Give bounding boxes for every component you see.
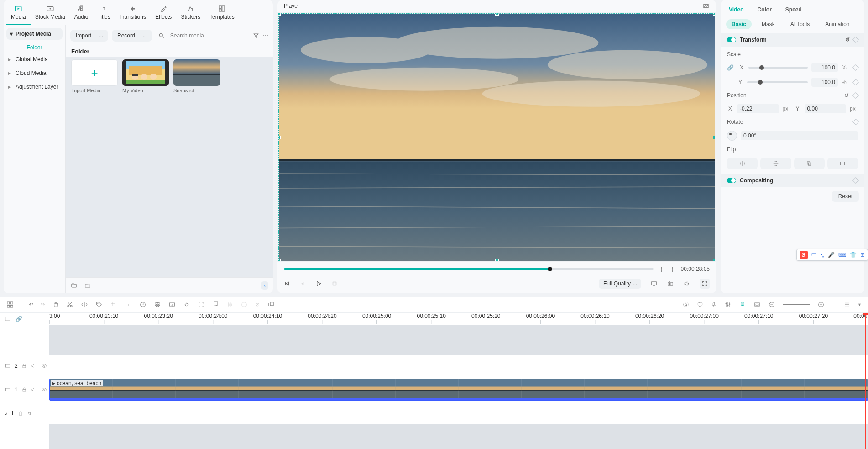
mic-icon[interactable] <box>711 301 717 308</box>
track-a1[interactable] <box>49 402 868 424</box>
selection-handle[interactable] <box>278 259 281 261</box>
subtab-basic[interactable]: Basic <box>726 19 752 29</box>
ime-keyboard-icon[interactable]: ⌨ <box>838 252 846 258</box>
tab-stickers[interactable]: Stickers <box>176 3 205 25</box>
zoom-slider[interactable] <box>783 304 810 305</box>
timeline-view-icon[interactable] <box>5 316 11 322</box>
track-v2[interactable] <box>49 355 868 377</box>
tab-transitions[interactable]: Transitions <box>115 3 151 25</box>
record-dropdown[interactable]: Record⌵ <box>112 30 152 42</box>
media-tile-snapshot[interactable]: Snapshot <box>173 59 220 93</box>
keyframe-transform-icon[interactable] <box>852 37 859 43</box>
reset-button[interactable]: Reset <box>832 191 859 202</box>
prev-frame-button[interactable] <box>284 280 290 287</box>
overlap-icon[interactable] <box>267 301 275 308</box>
lock-icon[interactable] <box>21 386 27 393</box>
import-dropdown[interactable]: Import⌵ <box>70 30 108 42</box>
ime-mic-icon[interactable]: 🎤 <box>828 252 835 258</box>
selection-handle[interactable] <box>278 136 281 139</box>
scale-y-value[interactable]: 100.0 <box>811 78 838 87</box>
import-media-tile[interactable]: + Import Media <box>71 59 118 93</box>
inspector-tab-speed[interactable]: Speed <box>784 4 803 16</box>
visibility-icon[interactable] <box>41 387 48 392</box>
keyframe-scale-y-icon[interactable] <box>852 79 859 85</box>
selection-handle[interactable] <box>713 136 715 139</box>
flip-fit-button[interactable] <box>827 158 858 169</box>
group-icon[interactable] <box>241 301 248 308</box>
subtab-mask[interactable]: Mask <box>756 19 780 29</box>
new-folder-icon[interactable] <box>84 282 91 289</box>
track-header-a1[interactable]: ♪ 1 <box>0 402 49 424</box>
ime-tool-icon[interactable]: ⊞ <box>860 252 865 258</box>
subtab-animation[interactable]: Animation <box>820 19 855 29</box>
undo-icon[interactable]: ↶ <box>29 301 33 308</box>
grid-icon[interactable] <box>6 301 14 308</box>
position-y-value[interactable]: 0.00 <box>805 104 847 113</box>
snapshot-icon[interactable] <box>667 280 674 287</box>
playhead[interactable] <box>865 313 866 449</box>
stop-button[interactable] <box>331 280 338 287</box>
timeline-ruler[interactable]: 00:23:0000:00:23:1000:00:23:2000:00:24:0… <box>49 313 868 325</box>
reset-transform-icon[interactable]: ↺ <box>845 37 850 43</box>
volume-icon[interactable] <box>683 280 690 287</box>
timer-icon[interactable]: ⊘ <box>255 301 260 308</box>
magnet-icon[interactable] <box>739 301 746 308</box>
step-back-button[interactable] <box>299 280 306 287</box>
redo-icon[interactable]: ↷ <box>41 301 45 308</box>
lock-icon[interactable] <box>18 410 23 417</box>
mute-icon[interactable] <box>31 363 37 369</box>
scale-x-slider[interactable] <box>748 67 808 69</box>
sidebar-item-adjustment-layer[interactable]: ▸Adjustment Layer <box>6 80 63 94</box>
selection-handle[interactable] <box>495 259 499 261</box>
text-icon[interactable]: T <box>125 301 132 308</box>
seek-bar[interactable] <box>284 268 654 270</box>
marker-icon[interactable] <box>212 301 220 308</box>
mixer-icon[interactable] <box>724 301 732 308</box>
track-header-v2[interactable]: 2 <box>0 355 49 377</box>
split-icon[interactable] <box>81 301 88 308</box>
selection-handle[interactable] <box>278 13 281 16</box>
media-tile-my-video[interactable]: My Video <box>122 59 169 93</box>
display-icon[interactable] <box>650 280 658 287</box>
flip-vertical-button[interactable] <box>760 158 791 169</box>
compare-icon[interactable] <box>702 3 710 9</box>
selection-handle[interactable] <box>713 13 715 16</box>
play-button[interactable] <box>315 280 322 287</box>
tab-stock-media[interactable]: Stock Media <box>31 3 70 25</box>
rotate-value[interactable]: 0.00° <box>741 131 858 140</box>
search-media[interactable] <box>156 29 249 42</box>
shield-icon[interactable] <box>697 301 703 308</box>
lock-icon[interactable] <box>21 363 27 369</box>
color-icon[interactable] <box>154 301 161 308</box>
visibility-icon[interactable] <box>41 363 48 369</box>
compositing-toggle[interactable] <box>727 178 736 183</box>
zoom-in-icon[interactable] <box>817 301 825 308</box>
transform-toggle[interactable] <box>727 37 736 42</box>
scale-x-value[interactable]: 100.0 <box>811 63 838 72</box>
search-input[interactable] <box>168 31 246 41</box>
link-xy-icon[interactable]: 🔗 <box>727 64 734 71</box>
seek-handle[interactable] <box>548 267 552 271</box>
player-stage[interactable] <box>277 12 716 262</box>
keyframe-compositing-icon[interactable] <box>852 177 859 184</box>
fullscreen-icon[interactable] <box>700 279 710 289</box>
keyframe-position-icon[interactable] <box>852 92 859 99</box>
project-media-header[interactable]: ▾Project Media <box>6 28 63 40</box>
delete-icon[interactable] <box>52 301 59 308</box>
flip-copy-button[interactable] <box>794 158 825 169</box>
tag-icon[interactable] <box>95 301 103 308</box>
subtab-ai-tools[interactable]: AI Tools <box>785 19 815 29</box>
sidebar-item-global-media[interactable]: ▸Global Media <box>6 53 63 66</box>
compositing-header[interactable]: Compositing <box>721 174 864 187</box>
tab-audio[interactable]: Audio <box>70 3 93 25</box>
track-options-icon[interactable]: ▼ <box>858 302 862 307</box>
filter-icon[interactable] <box>253 32 259 39</box>
selection-handle[interactable] <box>495 13 499 16</box>
tab-titles[interactable]: TTitles <box>93 3 115 25</box>
sidebar-item-cloud-media[interactable]: ▸Cloud Media <box>6 66 63 80</box>
fit-icon[interactable] <box>198 301 205 308</box>
clip-ocean[interactable]: ▶ocean, sea, beach <box>49 379 868 401</box>
track-height-icon[interactable] <box>844 301 850 308</box>
cut-icon[interactable] <box>66 301 73 308</box>
mark-out-button[interactable]: } <box>670 266 675 272</box>
